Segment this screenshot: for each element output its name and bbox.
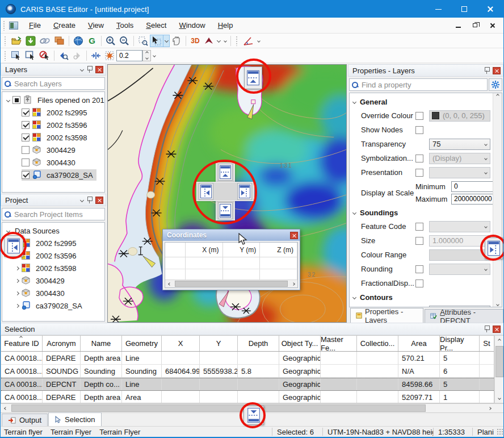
dock-expand-right-button[interactable] (485, 237, 503, 259)
scroll-left-icon[interactable] (165, 280, 174, 287)
selection-vscrollbar[interactable] (494, 335, 504, 403)
table-cell[interactable]: 5 (440, 378, 480, 390)
table-cell[interactable] (480, 352, 494, 364)
properties-vscrollbar[interactable] (493, 93, 502, 307)
table-cell[interactable]: CA 00018... (1, 352, 43, 364)
toolbar-overflow[interactable] (255, 35, 262, 47)
scroll-down-icon[interactable] (496, 303, 499, 306)
menu-file[interactable]: File (23, 19, 47, 32)
dock-expand-left-button[interactable] (4, 235, 23, 257)
coordinates-close-button[interactable] (290, 232, 298, 239)
scroll-right-icon[interactable] (289, 280, 297, 287)
project-search-input[interactable] (14, 210, 102, 219)
minimize-button[interactable] (425, 1, 451, 18)
table-row[interactable]: CA 00018...SOUNDGSoundingSounding684064.… (1, 365, 494, 378)
column-header[interactable]: Object Ty... (279, 336, 321, 351)
scroll-right-icon[interactable] (485, 404, 494, 412)
layers-tree-item[interactable]: 2002 fs2995 (2, 106, 104, 119)
scroll-thumb[interactable] (495, 346, 503, 377)
table-cell[interactable]: 5 (440, 352, 480, 364)
menu-tools[interactable]: Tools (110, 19, 140, 32)
panel-menu-icon[interactable] (80, 198, 84, 202)
table-cell[interactable]: Sounding (81, 365, 122, 377)
pin-icon[interactable] (87, 66, 92, 73)
visibility-checkbox[interactable] (12, 96, 20, 104)
column-header[interactable]: Feature ID (1, 336, 43, 351)
table-cell[interactable]: 570.21 (398, 352, 440, 364)
mdi-restore-button[interactable] (471, 22, 480, 30)
pin-icon[interactable] (484, 326, 489, 332)
table-cell[interactable] (162, 378, 200, 390)
panel-close-button[interactable] (95, 66, 103, 73)
expander-icon[interactable] (3, 99, 12, 102)
menu-help[interactable]: Help (212, 19, 240, 32)
table-cell[interactable] (357, 378, 398, 390)
select-all-button[interactable] (9, 49, 23, 62)
table-cell[interactable]: 1 (440, 391, 480, 403)
property-dropdown[interactable]: 75 (429, 139, 490, 150)
table-cell[interactable]: Geographic (279, 378, 321, 390)
dock-guide-up-button[interactable] (218, 164, 233, 181)
layers-tree-item[interactable]: 3004429 (2, 144, 104, 156)
table-row[interactable]: CA 00018...DEPCNTDepth co...LineGeograph… (1, 378, 494, 391)
table-cell[interactable]: DEPCNT (43, 378, 81, 390)
layers-tree-item[interactable]: 2002 fs3598 (2, 131, 104, 144)
table-cell[interactable]: Line (122, 352, 162, 364)
data-sources-button[interactable] (52, 35, 66, 47)
colour-swatch-field[interactable]: (0, 0, 0, 255) (429, 110, 490, 122)
property-dropdown[interactable] (429, 249, 490, 261)
flyer-tool-dropdown[interactable] (216, 35, 222, 47)
table-cell[interactable]: Geographic (279, 365, 321, 377)
gear-icon[interactable] (489, 78, 502, 91)
maximize-button[interactable] (451, 1, 477, 18)
table-cell[interactable]: CA 00018... (1, 365, 43, 377)
dock-expand-down-button[interactable] (243, 406, 264, 425)
column-header[interactable]: Geometry (122, 336, 162, 351)
link-data-button[interactable] (37, 35, 52, 47)
table-cell[interactable]: DEPARE (43, 352, 81, 364)
table-cell[interactable]: Sounding (122, 365, 162, 377)
pan-tool-button[interactable] (170, 35, 183, 47)
pin-icon[interactable] (87, 197, 92, 203)
visibility-checkbox[interactable] (22, 134, 30, 141)
property-checkbox[interactable] (415, 155, 423, 162)
property-group-header[interactable]: Contours (350, 290, 502, 304)
coordinates-window[interactable]: Coordinates X (m) Y (m) Z (m) (162, 229, 300, 290)
scroll-up-icon[interactable] (496, 94, 499, 97)
table-cell[interactable] (238, 391, 279, 403)
project-tree-item[interactable]: 3004430 (2, 287, 104, 299)
profile-tool-button[interactable] (89, 49, 103, 62)
project-tree-item[interactable]: 2002 fs3598 (2, 262, 104, 274)
column-header[interactable]: Acronym (43, 336, 81, 351)
resize-grip[interactable] (497, 428, 503, 435)
close-button[interactable] (477, 1, 503, 18)
expander-icon[interactable] (12, 267, 22, 270)
google-earth-button[interactable]: G (85, 35, 99, 47)
query-previous-button[interactable] (57, 49, 70, 62)
import-surface-button[interactable] (24, 35, 37, 47)
property-group-header[interactable]: Soundings (350, 206, 502, 219)
panel-close-button[interactable] (95, 197, 103, 204)
table-cell[interactable]: 5555938.22 (200, 365, 238, 377)
toolbar-overflow[interactable] (222, 35, 228, 47)
column-header[interactable]: X (162, 336, 200, 351)
table-cell[interactable]: 5.8 (238, 365, 279, 377)
toolbar-overflow[interactable] (151, 49, 157, 62)
table-cell[interactable] (321, 365, 357, 377)
zoom-out-button[interactable] (117, 35, 131, 47)
column-header[interactable]: Area (398, 336, 440, 351)
selection-radius-button[interactable] (103, 49, 116, 62)
menu-view[interactable]: View (82, 19, 110, 32)
property-group-header[interactable]: General (350, 95, 502, 109)
property-checkbox[interactable] (415, 265, 423, 273)
select-tool-dropdown[interactable] (163, 35, 170, 47)
layers-tree-item[interactable]: Files opened on 201... (2, 94, 104, 106)
property-dropdown[interactable] (429, 167, 490, 178)
table-cell[interactable]: 84598.66 (398, 378, 440, 390)
table-cell[interactable] (321, 391, 357, 403)
property-checkbox[interactable] (415, 223, 423, 231)
table-row[interactable]: CA 00018...DEPAREDepth areaLineGeographi… (1, 352, 494, 365)
layers-search-input[interactable] (14, 80, 102, 88)
menu-select[interactable]: Select (140, 19, 173, 32)
property-checkbox[interactable] (415, 112, 423, 120)
